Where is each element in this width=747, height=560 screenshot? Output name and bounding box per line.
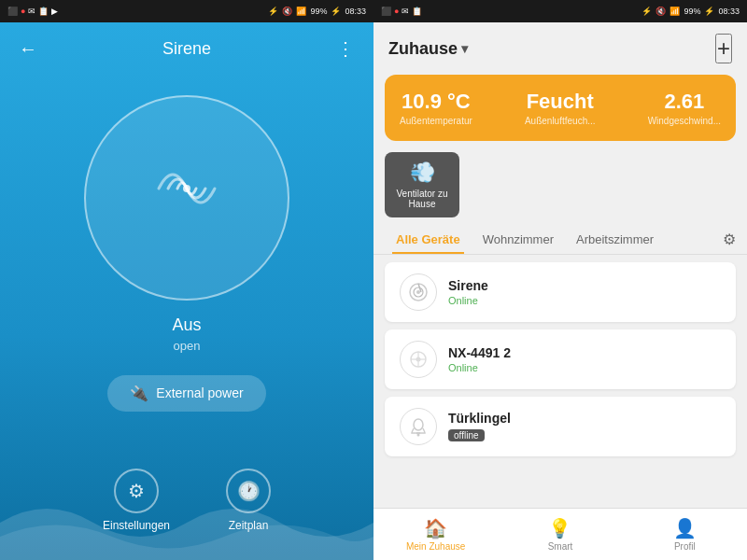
weather-humidity: Feucht Außenluftfeuch... bbox=[525, 90, 596, 126]
weather-card: 10.9 °C Außentemperatur Feucht Außenluft… bbox=[385, 75, 736, 141]
device-tabs: Alle Geräte Wohnzimmer Arbeitszimmer ⚙ bbox=[374, 225, 747, 255]
weather-wind-label: Windgeschwind... bbox=[648, 116, 721, 126]
ventilator-thumbnail[interactable]: 💨 Ventilator zu Hause bbox=[385, 152, 459, 217]
left-panel: ← Sirene ⋮ Aus open 🔌 External power bbox=[0, 0, 374, 560]
device-card-sirene[interactable]: Sirene Online bbox=[385, 262, 736, 322]
bluetooth-icon: ⚡ bbox=[268, 7, 278, 16]
tab-alle-geraete[interactable]: Alle Geräte bbox=[385, 225, 472, 254]
siren-sub-label: open bbox=[174, 339, 201, 353]
tab-wohnzimmer[interactable]: Wohnzimmer bbox=[472, 225, 565, 254]
nx4491-icon bbox=[400, 341, 437, 378]
right-signal-icon: 📶 bbox=[669, 7, 680, 16]
home-nav-icon: 🏠 bbox=[424, 517, 447, 539]
weather-temp-label: Außentemperatur bbox=[400, 116, 472, 126]
svg-point-9 bbox=[414, 419, 423, 430]
siren-waves-icon bbox=[149, 161, 224, 227]
external-power-label: External power bbox=[156, 385, 243, 400]
wave-decoration bbox=[0, 485, 374, 560]
right-status-right: ⚡ 🔇 📶 99% ⚡ 08:33 bbox=[641, 7, 740, 16]
svg-point-0 bbox=[183, 185, 190, 192]
weather-wind: 2.61 Windgeschwind... bbox=[648, 90, 721, 126]
turklingel-icon bbox=[400, 408, 437, 445]
device-card-turklingel[interactable]: Türklingel offline bbox=[385, 397, 736, 456]
ventilator-icon: 💨 bbox=[410, 161, 435, 185]
siren-circle[interactable] bbox=[84, 95, 289, 301]
siren-area: Aus open 🔌 External power bbox=[0, 56, 374, 450]
home-nav-label: Mein Zuhause bbox=[406, 541, 465, 552]
right-topbar: Zuhause ▾ + bbox=[374, 22, 747, 75]
svg-point-3 bbox=[416, 290, 420, 294]
home-title-text: Zuhause bbox=[388, 39, 458, 59]
sirene-status: Online bbox=[448, 295, 721, 306]
siren-status-label: Aus bbox=[172, 315, 201, 335]
left-time: 08:33 bbox=[345, 7, 366, 16]
right-status-icons: ⬛ ● ✉ 📋 bbox=[381, 7, 422, 16]
device-card-nx4491[interactable]: NX-4491 2 Online bbox=[385, 329, 736, 389]
smart-nav-icon: 💡 bbox=[548, 517, 571, 539]
plug-icon: 🔌 bbox=[130, 385, 148, 402]
external-power-button[interactable]: 🔌 External power bbox=[107, 375, 265, 412]
tab-arbeitszimmer[interactable]: Arbeitszimmer bbox=[565, 225, 665, 254]
weather-humidity-value: Feucht bbox=[525, 90, 596, 114]
weather-temp-value: 10.9 °C bbox=[400, 90, 472, 114]
sirene-name: Sirene bbox=[448, 278, 721, 293]
weather-temp: 10.9 °C Außentemperatur bbox=[400, 90, 472, 126]
home-title[interactable]: Zuhause ▾ bbox=[388, 39, 468, 59]
right-bluetooth-icon: ⚡ bbox=[641, 7, 652, 16]
nx4491-status: Online bbox=[448, 362, 721, 373]
nav-smart[interactable]: 💡 Smart bbox=[498, 517, 622, 552]
nx4491-info: NX-4491 2 Online bbox=[448, 345, 721, 373]
chevron-down-icon: ▾ bbox=[461, 41, 468, 56]
turklingel-name: Türklingel bbox=[448, 411, 721, 426]
devices-list: Sirene Online NX-4491 2 Online bbox=[374, 255, 747, 508]
tab-settings-icon[interactable]: ⚙ bbox=[723, 231, 736, 248]
turklingel-info: Türklingel offline bbox=[448, 411, 721, 442]
turklingel-status: offline bbox=[448, 429, 485, 441]
profil-nav-icon: 👤 bbox=[673, 517, 697, 539]
right-mute-icon: 🔇 bbox=[655, 7, 666, 16]
left-status-icons: ⬛ ● ✉ 📋 ▶ bbox=[7, 7, 58, 16]
right-time: 08:33 bbox=[718, 7, 740, 16]
svg-point-11 bbox=[417, 434, 420, 437]
left-status-right: ⚡ 🔇 📶 99% ⚡ 08:33 bbox=[268, 7, 366, 16]
right-panel: Zuhause ▾ + 10.9 °C Außentemperatur Feuc… bbox=[374, 0, 747, 560]
weather-wind-value: 2.61 bbox=[648, 90, 721, 114]
sirene-icon bbox=[400, 273, 437, 311]
profil-nav-label: Profil bbox=[674, 541, 696, 552]
svg-point-8 bbox=[416, 357, 421, 362]
left-status-bar: ⬛ ● ✉ 📋 ▶ ⚡ 🔇 📶 99% ⚡ 08:33 bbox=[0, 0, 374, 22]
nav-profil[interactable]: 👤 Profil bbox=[623, 517, 747, 552]
sirene-info: Sirene Online bbox=[448, 278, 721, 306]
add-button[interactable]: + bbox=[715, 34, 732, 63]
bottom-nav: 🏠 Mein Zuhause 💡 Smart 👤 Profil bbox=[374, 508, 747, 560]
device-thumbnails: 💨 Ventilator zu Hause bbox=[385, 152, 736, 217]
ventilator-label: Ventilator zu Hause bbox=[385, 189, 459, 209]
weather-humidity-label: Außenluftfeuch... bbox=[525, 116, 596, 126]
mute-icon: 🔇 bbox=[282, 7, 292, 16]
signal-icon: 📶 bbox=[296, 7, 306, 16]
nx4491-name: NX-4491 2 bbox=[448, 345, 721, 360]
nav-mein-zuhause[interactable]: 🏠 Mein Zuhause bbox=[374, 517, 498, 552]
smart-nav-label: Smart bbox=[548, 541, 573, 552]
right-status-bar: ⬛ ● ✉ 📋 ⚡ 🔇 📶 99% ⚡ 08:33 bbox=[374, 0, 747, 22]
